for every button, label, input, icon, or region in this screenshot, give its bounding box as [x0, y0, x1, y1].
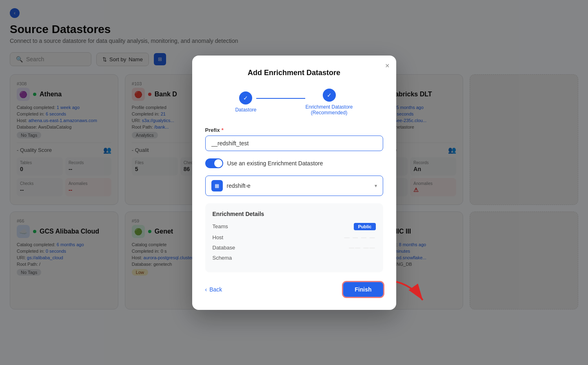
- step-datastore: ✓ Datastore: [235, 91, 256, 113]
- prefix-label: Prefix *: [205, 127, 383, 133]
- chevron-left-icon: ‹: [205, 286, 207, 293]
- step-enrichment: ✓ Enrichment Datastore(Recommended): [305, 89, 353, 116]
- enrichment-store-dropdown[interactable]: ▦ redshift-e ▾: [205, 176, 383, 196]
- chevron-down-icon: ▾: [375, 183, 377, 189]
- toggle-label: Use an existing Enrichment Datastore: [227, 160, 323, 167]
- required-marker: *: [222, 127, 224, 133]
- step-connector: [256, 98, 305, 99]
- back-label: Back: [209, 286, 222, 293]
- schema-label: Schema: [213, 255, 232, 261]
- teams-label: Teams: [213, 223, 228, 229]
- step2-label: Enrichment Datastore(Recommended): [305, 104, 353, 116]
- modal-title: Add Enrichment Datastore: [205, 69, 383, 77]
- existing-enrichment-toggle[interactable]: [205, 158, 223, 168]
- dropdown-icon: ▦: [211, 180, 223, 191]
- step2-circle: ✓: [323, 89, 336, 102]
- host-value: — — — —: [344, 234, 376, 240]
- enrichment-teams-row: Teams Public: [213, 223, 376, 230]
- toggle-row: Use an existing Enrichment Datastore: [205, 158, 383, 168]
- teams-value: Public: [354, 223, 375, 230]
- step1-circle: ✓: [239, 91, 252, 105]
- prefix-form-group: Prefix *: [205, 127, 383, 151]
- database-value: —— ——: [349, 245, 376, 251]
- enrichment-details-box: Enrichment Details Teams Public Host — —…: [205, 203, 383, 272]
- back-button[interactable]: ‹ Back: [205, 286, 222, 293]
- enrichment-database-row: Database —— ——: [213, 245, 376, 251]
- database-label: Database: [213, 245, 235, 251]
- arrow-indicator: [392, 278, 429, 308]
- modal: × Add Enrichment Datastore ✓ Datastore ✓…: [192, 56, 396, 310]
- page: ‹ Source Datastores Connect to a source …: [0, 0, 588, 365]
- finish-button[interactable]: Finish: [343, 282, 383, 297]
- toggle-thumb: [214, 159, 222, 167]
- stepper: ✓ Datastore ✓ Enrichment Datastore(Recom…: [205, 89, 383, 116]
- dropdown-value: redshift-e: [227, 182, 371, 189]
- prefix-input[interactable]: [205, 136, 383, 151]
- modal-footer: ‹ Back Finish: [205, 282, 383, 297]
- enrichment-details-title: Enrichment Details: [213, 211, 376, 217]
- modal-overlay: × Add Enrichment Datastore ✓ Datastore ✓…: [0, 0, 588, 365]
- enrichment-host-row: Host — — — —: [213, 234, 376, 240]
- enrichment-schema-row: Schema: [213, 255, 376, 261]
- modal-close-button[interactable]: ×: [385, 62, 390, 69]
- host-label: Host: [213, 234, 224, 240]
- step1-label: Datastore: [235, 107, 256, 113]
